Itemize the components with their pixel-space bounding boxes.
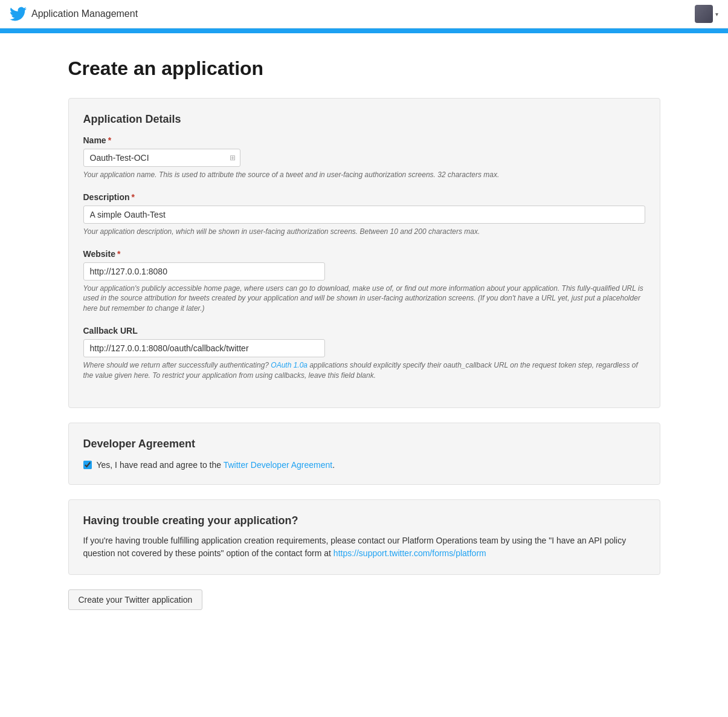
- website-label: Website *: [83, 249, 645, 259]
- description-label: Description *: [83, 192, 645, 202]
- twitter-logo-icon: [10, 5, 27, 22]
- callback-label: Callback URL: [83, 326, 645, 336]
- page-title: Create an application: [68, 57, 660, 80]
- name-input[interactable]: [83, 149, 240, 167]
- trouble-section: Having trouble creating your application…: [68, 499, 660, 575]
- avatar-image: [695, 5, 713, 23]
- description-hint: Your application description, which will…: [83, 227, 645, 237]
- name-required-star: *: [108, 135, 111, 145]
- trouble-title: Having trouble creating your application…: [83, 514, 645, 527]
- developer-agreement-title: Developer Agreement: [83, 438, 645, 450]
- callback-field-group: Callback URL Where should we return afte…: [83, 326, 645, 381]
- trouble-text: If you're having trouble fulfilling appl…: [83, 534, 645, 560]
- callback-input[interactable]: [83, 339, 325, 357]
- name-input-wrapper: ⊞: [83, 149, 240, 167]
- header-left: Application Management: [10, 5, 138, 22]
- developer-agreement-link[interactable]: Twitter Developer Agreement: [224, 460, 333, 470]
- accent-bar: [0, 28, 728, 33]
- website-field-group: Website * Your application's publicly ac…: [83, 249, 645, 314]
- header-title: Application Management: [31, 8, 138, 19]
- agreement-text: Yes, I have read and agree to the Twitte…: [97, 460, 335, 470]
- description-field-group: Description * Your application descripti…: [83, 192, 645, 237]
- input-clear-icon: ⊞: [230, 154, 236, 162]
- agreement-checkbox[interactable]: [83, 461, 92, 469]
- user-menu[interactable]: ▾: [695, 5, 718, 23]
- submit-section: Create your Twitter application: [68, 589, 660, 610]
- oauth-link[interactable]: OAuth 1.0a: [271, 361, 308, 369]
- website-input[interactable]: [83, 262, 325, 281]
- application-details-title: Application Details: [83, 113, 645, 126]
- site-header: Application Management ▾: [0, 0, 728, 28]
- website-hint: Your application's publicly accessible h…: [83, 284, 645, 314]
- main-content: Create an application Application Detail…: [56, 33, 672, 634]
- website-required-star: *: [117, 249, 120, 259]
- agreement-row: Yes, I have read and agree to the Twitte…: [83, 460, 645, 470]
- avatar: [695, 5, 713, 23]
- description-input[interactable]: [83, 206, 645, 224]
- callback-hint: Where should we return after successfull…: [83, 360, 645, 381]
- name-field-group: Name * ⊞ Your application name. This is …: [83, 135, 645, 180]
- developer-agreement-section: Developer Agreement Yes, I have read and…: [68, 423, 660, 485]
- support-link[interactable]: https://support.twitter.com/forms/platfo…: [333, 548, 486, 558]
- name-label: Name *: [83, 135, 645, 145]
- description-required-star: *: [132, 192, 135, 202]
- name-hint: Your application name. This is used to a…: [83, 170, 645, 180]
- application-details-section: Application Details Name * ⊞ Your applic…: [68, 98, 660, 408]
- chevron-down-icon: ▾: [715, 11, 718, 18]
- create-twitter-app-button[interactable]: Create your Twitter application: [68, 589, 203, 610]
